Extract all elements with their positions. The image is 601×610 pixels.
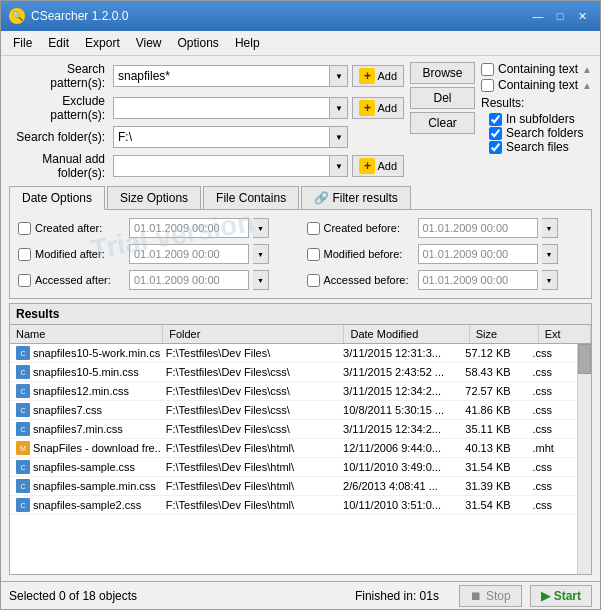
add-icon-1: + [359,68,375,84]
file-type-icon: C [16,479,30,493]
created-after-input[interactable] [129,218,249,238]
menu-export[interactable]: Export [77,33,128,53]
accessed-before-arrow[interactable]: ▼ [542,270,558,290]
menu-help[interactable]: Help [227,33,268,53]
tab-size-options[interactable]: Size Options [107,186,201,209]
in-subfolders-checkbox[interactable] [489,113,502,126]
created-after-arrow[interactable]: ▼ [253,218,269,238]
modified-before-checkbox[interactable] [307,248,320,261]
search-folder-arrow[interactable]: ▼ [330,126,348,148]
col-header-ext[interactable]: Ext [539,325,591,343]
manual-add-add-button[interactable]: + Add [352,155,404,177]
del-button[interactable]: Del [410,87,475,109]
created-before-row: Created before: ▼ [307,218,584,238]
cell-date: 10/11/2010 3:49:0... [337,459,459,475]
menu-edit[interactable]: Edit [40,33,77,53]
cell-name: C snapfiles-sample2.css [10,496,160,514]
accessed-before-input[interactable] [418,270,538,290]
stop-icon: ⏹ [470,589,482,603]
manual-add-arrow[interactable]: ▼ [330,155,348,177]
stop-button[interactable]: ⏹ Stop [459,585,522,607]
close-button[interactable]: ✕ [572,7,592,25]
tab-date-options[interactable]: Date Options [9,186,105,210]
menu-file[interactable]: File [5,33,40,53]
table-row[interactable]: C snapfiles-sample.css F:\Testfiles\Dev … [10,458,577,477]
accessed-after-input[interactable] [129,270,249,290]
exclude-pattern-arrow[interactable]: ▼ [330,97,348,119]
cell-folder: F:\Testfiles\Dev Files\css\ [160,402,337,418]
col-header-folder[interactable]: Folder [163,325,344,343]
modified-after-label: Modified after: [35,248,125,260]
table-row[interactable]: C snapfiles7.min.css F:\Testfiles\Dev Fi… [10,420,577,439]
cell-size: 40.13 KB [459,440,526,456]
col-header-date[interactable]: Date Modified [344,325,469,343]
created-before-input[interactable] [418,218,538,238]
in-subfolders-row: In subfolders [481,112,592,126]
containing-text-1-checkbox[interactable] [481,63,494,76]
created-before-checkbox[interactable] [307,222,320,235]
search-pattern-add-button[interactable]: + Add [352,65,404,87]
exclude-pattern-row: Exclude pattern(s): ▼ + Add [9,94,404,122]
table-row[interactable]: C snapfiles10-5.min.css F:\Testfiles\Dev… [10,363,577,382]
table-row[interactable]: C snapfiles7.css F:\Testfiles\Dev Files\… [10,401,577,420]
search-pattern-input[interactable] [113,65,330,87]
search-files-label: Search files [506,140,569,154]
modified-before-input[interactable] [418,244,538,264]
tab-filter-results[interactable]: 🔗 Filter results [301,186,411,209]
search-folders-checkbox[interactable] [489,127,502,140]
tab-file-contains[interactable]: File Contains [203,186,299,209]
browse-button[interactable]: Browse [410,62,475,84]
modified-after-arrow[interactable]: ▼ [253,244,269,264]
file-name: snapfiles-sample.css [33,461,135,473]
minimize-button[interactable]: — [528,7,548,25]
table-row[interactable]: M SnapFiles - download fre... F:\Testfil… [10,439,577,458]
file-name: snapfiles10-5-work.min.css [33,347,160,359]
cell-size: 31.54 KB [459,497,526,513]
file-name: snapfiles12.min.css [33,385,129,397]
clear-button[interactable]: Clear [410,112,475,134]
window-title: CSearcher 1.2.0.0 [31,9,128,23]
start-icon: ▶ [541,589,550,603]
date-grid: Created after: ▼ Modified after: ▼ [18,218,583,290]
maximize-button[interactable]: □ [550,7,570,25]
scrollbar[interactable] [577,344,591,574]
search-folder-input[interactable] [113,126,330,148]
table-body[interactable]: C snapfiles10-5-work.min.css F:\Testfile… [10,344,577,574]
created-after-checkbox[interactable] [18,222,31,235]
containing-text-2-row: Containing text ▲ [481,78,592,92]
accessed-after-label: Accessed after: [35,274,125,286]
modified-after-input[interactable] [129,244,249,264]
scroll-thumb[interactable] [578,344,591,374]
containing-text-2-checkbox[interactable] [481,79,494,92]
manual-add-input[interactable] [113,155,330,177]
modified-after-checkbox[interactable] [18,248,31,261]
table-row[interactable]: C snapfiles-sample.min.css F:\Testfiles\… [10,477,577,496]
table-row[interactable]: C snapfiles12.min.css F:\Testfiles\Dev F… [10,382,577,401]
title-bar: 🔍 CSearcher 1.2.0.0 — □ ✕ [1,1,600,31]
search-pattern-arrow[interactable]: ▼ [330,65,348,87]
accessed-after-arrow[interactable]: ▼ [253,270,269,290]
col-header-size[interactable]: Size [470,325,539,343]
accessed-before-checkbox[interactable] [307,274,320,287]
search-files-checkbox[interactable] [489,141,502,154]
exclude-pattern-input[interactable] [113,97,330,119]
modified-after-row: Modified after: ▼ [18,244,295,264]
accessed-before-label: Accessed before: [324,274,414,286]
exclude-pattern-add-button[interactable]: + Add [352,97,404,119]
cell-folder: F:\Testfiles\Dev Files\css\ [160,383,337,399]
right-panel: Browse Del Clear Containing text ▲ Conta… [410,62,592,180]
start-button[interactable]: ▶ Start [530,585,592,607]
search-pattern-combo: ▼ [113,65,348,87]
file-type-icon: C [16,365,30,379]
cell-size: 41.86 KB [459,402,526,418]
accessed-after-checkbox[interactable] [18,274,31,287]
created-before-arrow[interactable]: ▼ [542,218,558,238]
menu-options[interactable]: Options [170,33,227,53]
table-row[interactable]: C snapfiles10-5-work.min.css F:\Testfile… [10,344,577,363]
modified-before-arrow[interactable]: ▼ [542,244,558,264]
menu-view[interactable]: View [128,33,170,53]
file-name: snapfiles7.css [33,404,102,416]
col-header-name[interactable]: Name [10,325,163,343]
table-row[interactable]: C snapfiles-sample2.css F:\Testfiles\Dev… [10,496,577,515]
app-icon: 🔍 [9,8,25,24]
